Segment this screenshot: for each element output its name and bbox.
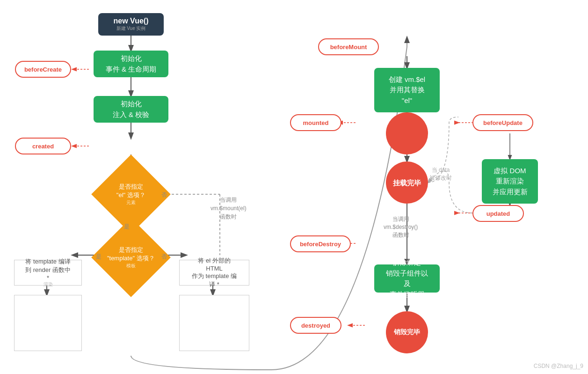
mounted-circle [386, 112, 428, 154]
before-update-label: beforeUpdate [483, 119, 523, 126]
data-change-label: 当 data被修改时 [429, 166, 452, 182]
mounted-label: mounted [303, 119, 329, 126]
created-label: created [32, 143, 54, 150]
el-no-label: 否 [161, 191, 167, 199]
init-events-node: 初始化事件 & 生命周期 [94, 51, 168, 77]
before-mount-hook: beforeMount [318, 38, 379, 55]
updated-hook: updated [472, 205, 524, 222]
el-yes-label: 是 [124, 223, 130, 231]
el-check-content: 是否指定"el" 选项？ 元素 [116, 182, 146, 207]
new-vue-node: new Vue() 新建 Vue 实例 [98, 13, 164, 36]
destroyed-label: destroyed [301, 322, 330, 329]
render-bottom-left [14, 295, 82, 351]
mount-complete-circle: 挂载完毕 [386, 161, 428, 204]
before-create-hook: beforeCreate [15, 61, 71, 78]
template-check-content: 是否指定"template" 选项？ 模板 [106, 245, 156, 270]
destroy-complete-circle: 销毁完毕 [386, 311, 428, 353]
created-hook: created [15, 138, 71, 154]
before-mount-label: beforeMount [330, 44, 367, 51]
init-inject-node: 初始化注入 & 校验 [94, 96, 168, 123]
init-events-label: 初始化事件 & 生命周期 [106, 53, 156, 74]
updated-label: updated [486, 210, 510, 217]
before-create-label: beforeCreate [24, 66, 62, 73]
vm-destroy-label: 当调用vm.$destroy()函数时 [384, 215, 418, 239]
before-update-hook: beforeUpdate [472, 114, 533, 131]
tmpl-no-label: 否 [161, 253, 167, 261]
before-destroy-hook: beforeDestroy [290, 235, 351, 252]
destroyed-hook: destroyed [290, 317, 341, 334]
init-inject-label: 初始化注入 & 校验 [113, 99, 149, 120]
watermark: CSDN @Zhang_j_9 [534, 363, 583, 369]
compile-template-node: 将 template 编译到 render 函数中 * 渲染 [14, 260, 82, 286]
compile-el-node: 将 el 外部的 HTML作为 template 编译 * [179, 260, 249, 286]
vdom-rerender-node: 虚拟 DOM重新渲染并应用更新 [482, 159, 538, 204]
new-vue-label: new Vue() [114, 17, 149, 25]
mounted-hook: mounted [290, 114, 341, 131]
tmpl-yes-label: 是 [96, 253, 102, 261]
vm-mount-label: 当调用vm.$mount(el)函数时 [211, 196, 247, 221]
render-bottom-right [179, 295, 249, 351]
before-destroy-label: beforeDestroy [300, 241, 341, 248]
diagram-container: new Vue() 新建 Vue 实例 初始化事件 & 生命周期 beforeC… [0, 0, 588, 374]
create-vm-el-node: 创建 vm.$el并用其替换 "el" [374, 68, 440, 112]
new-vue-subtitle: 新建 Vue 实例 [116, 25, 146, 32]
template-check-node: 是否指定"template" 选项？ 模板 [91, 218, 171, 297]
teardown-node: 解除绑定销毁子组件以及事件监听器 [374, 264, 440, 293]
